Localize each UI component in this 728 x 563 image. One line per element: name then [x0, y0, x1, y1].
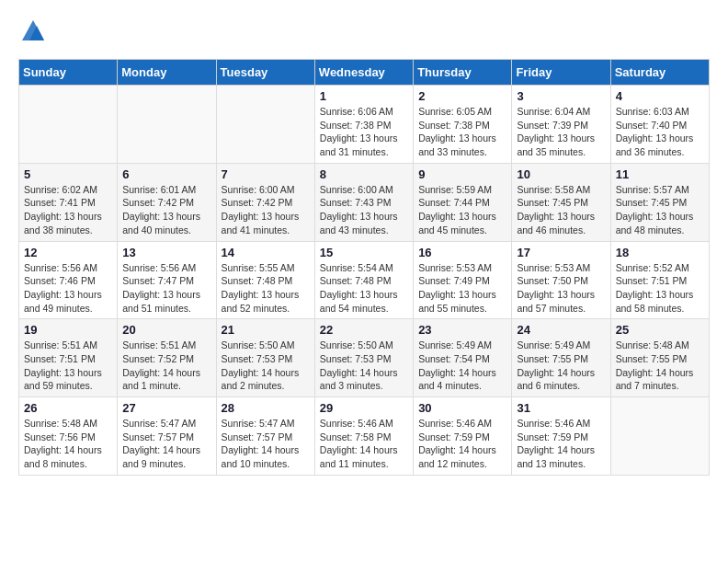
day-info: Sunrise: 5:59 AM Sunset: 7:44 PM Dayligh… — [418, 183, 506, 237]
day-info: Sunrise: 6:06 AM Sunset: 7:38 PM Dayligh… — [320, 105, 408, 159]
day-cell — [118, 86, 216, 164]
day-info: Sunrise: 5:51 AM Sunset: 7:51 PM Dayligh… — [24, 339, 112, 393]
day-cell: 7Sunrise: 6:00 AM Sunset: 7:42 PM Daylig… — [216, 163, 314, 241]
week-row-1: 1Sunrise: 6:06 AM Sunset: 7:38 PM Daylig… — [19, 86, 710, 164]
day-header-sunday: Sunday — [19, 60, 118, 86]
day-cell: 15Sunrise: 5:54 AM Sunset: 7:48 PM Dayli… — [314, 241, 413, 319]
day-cell: 17Sunrise: 5:53 AM Sunset: 7:50 PM Dayli… — [512, 241, 610, 319]
day-number: 1 — [320, 89, 408, 103]
day-number: 25 — [616, 323, 704, 337]
header — [18, 18, 710, 44]
day-info: Sunrise: 5:46 AM Sunset: 7:58 PM Dayligh… — [320, 417, 408, 471]
day-number: 14 — [222, 246, 310, 259]
days-header-row: SundayMondayTuesdayWednesdayThursdayFrid… — [19, 60, 710, 86]
day-info: Sunrise: 5:52 AM Sunset: 7:51 PM Dayligh… — [616, 261, 704, 316]
day-number: 8 — [320, 167, 408, 181]
logo-icon — [20, 18, 46, 44]
day-cell: 16Sunrise: 5:53 AM Sunset: 7:49 PM Dayli… — [414, 241, 512, 319]
day-cell: 21Sunrise: 5:50 AM Sunset: 7:53 PM Dayli… — [216, 319, 314, 397]
calendar-table: SundayMondayTuesdayWednesdayThursdayFrid… — [18, 59, 710, 476]
day-info: Sunrise: 5:49 AM Sunset: 7:54 PM Dayligh… — [418, 339, 506, 393]
week-row-3: 12Sunrise: 5:56 AM Sunset: 7:46 PM Dayli… — [19, 241, 710, 319]
day-number: 24 — [517, 323, 605, 337]
day-cell — [216, 86, 314, 164]
day-cell: 27Sunrise: 5:47 AM Sunset: 7:57 PM Dayli… — [118, 397, 216, 476]
day-info: Sunrise: 6:00 AM Sunset: 7:43 PM Dayligh… — [320, 183, 408, 237]
logo — [18, 18, 46, 44]
day-info: Sunrise: 5:47 AM Sunset: 7:57 PM Dayligh… — [122, 417, 210, 471]
day-info: Sunrise: 6:00 AM Sunset: 7:42 PM Dayligh… — [222, 183, 310, 237]
week-row-2: 5Sunrise: 6:02 AM Sunset: 7:41 PM Daylig… — [19, 163, 710, 241]
day-number: 15 — [320, 246, 408, 259]
day-number: 16 — [418, 246, 506, 259]
week-row-4: 19Sunrise: 5:51 AM Sunset: 7:51 PM Dayli… — [19, 319, 710, 397]
day-cell: 25Sunrise: 5:48 AM Sunset: 7:55 PM Dayli… — [610, 319, 709, 397]
day-info: Sunrise: 5:51 AM Sunset: 7:52 PM Dayligh… — [122, 339, 210, 393]
day-cell: 1Sunrise: 6:06 AM Sunset: 7:38 PM Daylig… — [314, 86, 413, 164]
day-number: 21 — [222, 323, 310, 337]
day-cell: 23Sunrise: 5:49 AM Sunset: 7:54 PM Dayli… — [414, 319, 512, 397]
day-number: 30 — [418, 401, 506, 415]
day-number: 3 — [517, 89, 605, 103]
day-info: Sunrise: 5:56 AM Sunset: 7:46 PM Dayligh… — [24, 261, 112, 316]
day-info: Sunrise: 5:48 AM Sunset: 7:55 PM Dayligh… — [616, 339, 704, 393]
day-info: Sunrise: 5:50 AM Sunset: 7:53 PM Dayligh… — [222, 339, 310, 393]
day-cell: 2Sunrise: 6:05 AM Sunset: 7:38 PM Daylig… — [414, 86, 512, 164]
day-header-tuesday: Tuesday — [216, 60, 314, 86]
day-number: 27 — [122, 401, 210, 415]
day-header-wednesday: Wednesday — [314, 60, 413, 86]
day-info: Sunrise: 5:46 AM Sunset: 7:59 PM Dayligh… — [517, 417, 605, 471]
day-number: 11 — [616, 167, 704, 181]
day-number: 5 — [24, 167, 112, 181]
day-cell: 9Sunrise: 5:59 AM Sunset: 7:44 PM Daylig… — [414, 163, 512, 241]
day-number: 2 — [418, 89, 506, 103]
day-cell: 26Sunrise: 5:48 AM Sunset: 7:56 PM Dayli… — [19, 397, 118, 476]
day-header-saturday: Saturday — [610, 60, 709, 86]
day-number: 6 — [122, 167, 210, 181]
day-cell: 12Sunrise: 5:56 AM Sunset: 7:46 PM Dayli… — [19, 241, 118, 319]
week-row-5: 26Sunrise: 5:48 AM Sunset: 7:56 PM Dayli… — [19, 397, 710, 476]
day-cell: 18Sunrise: 5:52 AM Sunset: 7:51 PM Dayli… — [610, 241, 709, 319]
day-number: 12 — [24, 246, 112, 259]
day-info: Sunrise: 5:53 AM Sunset: 7:49 PM Dayligh… — [418, 261, 506, 316]
day-info: Sunrise: 5:57 AM Sunset: 7:45 PM Dayligh… — [616, 183, 704, 237]
day-info: Sunrise: 5:47 AM Sunset: 7:57 PM Dayligh… — [222, 417, 310, 471]
day-cell: 31Sunrise: 5:46 AM Sunset: 7:59 PM Dayli… — [512, 397, 610, 476]
day-number: 4 — [616, 89, 704, 103]
day-cell: 24Sunrise: 5:49 AM Sunset: 7:55 PM Dayli… — [512, 319, 610, 397]
day-info: Sunrise: 6:01 AM Sunset: 7:42 PM Dayligh… — [122, 183, 210, 237]
day-number: 23 — [418, 323, 506, 337]
day-cell: 4Sunrise: 6:03 AM Sunset: 7:40 PM Daylig… — [610, 86, 709, 164]
day-info: Sunrise: 5:55 AM Sunset: 7:48 PM Dayligh… — [222, 261, 310, 316]
day-info: Sunrise: 5:50 AM Sunset: 7:53 PM Dayligh… — [320, 339, 408, 393]
day-number: 28 — [222, 401, 310, 415]
day-cell: 3Sunrise: 6:04 AM Sunset: 7:39 PM Daylig… — [512, 86, 610, 164]
day-info: Sunrise: 5:56 AM Sunset: 7:47 PM Dayligh… — [122, 261, 210, 316]
day-info: Sunrise: 5:58 AM Sunset: 7:45 PM Dayligh… — [517, 183, 605, 237]
day-cell: 30Sunrise: 5:46 AM Sunset: 7:59 PM Dayli… — [414, 397, 512, 476]
day-info: Sunrise: 5:53 AM Sunset: 7:50 PM Dayligh… — [517, 261, 605, 316]
day-info: Sunrise: 6:05 AM Sunset: 7:38 PM Dayligh… — [418, 105, 506, 159]
day-cell: 6Sunrise: 6:01 AM Sunset: 7:42 PM Daylig… — [118, 163, 216, 241]
day-number: 22 — [320, 323, 408, 337]
day-info: Sunrise: 6:04 AM Sunset: 7:39 PM Dayligh… — [517, 105, 605, 159]
day-info: Sunrise: 5:49 AM Sunset: 7:55 PM Dayligh… — [517, 339, 605, 393]
day-number: 10 — [517, 167, 605, 181]
day-number: 19 — [24, 323, 112, 337]
day-cell: 28Sunrise: 5:47 AM Sunset: 7:57 PM Dayli… — [216, 397, 314, 476]
day-info: Sunrise: 5:46 AM Sunset: 7:59 PM Dayligh… — [418, 417, 506, 471]
day-header-thursday: Thursday — [414, 60, 512, 86]
day-number: 7 — [222, 167, 310, 181]
day-cell — [610, 397, 709, 476]
day-info: Sunrise: 6:03 AM Sunset: 7:40 PM Dayligh… — [616, 105, 704, 159]
day-number: 9 — [418, 167, 506, 181]
day-info: Sunrise: 5:48 AM Sunset: 7:56 PM Dayligh… — [24, 417, 112, 471]
day-cell: 14Sunrise: 5:55 AM Sunset: 7:48 PM Dayli… — [216, 241, 314, 319]
day-cell: 19Sunrise: 5:51 AM Sunset: 7:51 PM Dayli… — [19, 319, 118, 397]
day-header-monday: Monday — [118, 60, 216, 86]
day-cell: 13Sunrise: 5:56 AM Sunset: 7:47 PM Dayli… — [118, 241, 216, 319]
day-cell: 5Sunrise: 6:02 AM Sunset: 7:41 PM Daylig… — [19, 163, 118, 241]
day-cell: 11Sunrise: 5:57 AM Sunset: 7:45 PM Dayli… — [610, 163, 709, 241]
day-number: 13 — [122, 246, 210, 259]
day-cell: 10Sunrise: 5:58 AM Sunset: 7:45 PM Dayli… — [512, 163, 610, 241]
